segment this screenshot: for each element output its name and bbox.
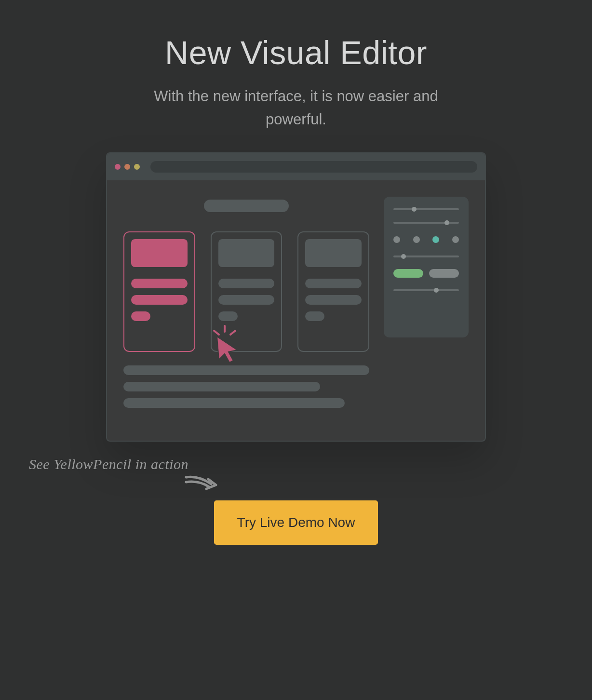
card-line-placeholder [305,295,362,305]
text-line-placeholder [123,398,345,408]
traffic-light-zoom-icon [134,164,140,170]
text-line-placeholder [123,365,369,375]
slider[interactable] [393,256,459,257]
text-line-placeholder [123,382,320,391]
page-subtitle: With the new interface, it is now easier… [151,85,441,131]
card-button-placeholder [218,311,238,321]
browser-toolbar [107,153,485,180]
card-image-placeholder [131,239,188,267]
card-line-placeholder [218,295,275,305]
slider[interactable] [393,289,459,291]
card-button-placeholder [305,311,324,321]
color-swatches [393,235,459,244]
traffic-light-minimize-icon [124,164,130,170]
svg-line-1 [214,331,219,335]
browser-mockup [106,152,486,442]
traffic-light-close-icon [115,164,121,170]
page-heading-placeholder [204,200,289,212]
url-bar [150,161,477,173]
color-swatch[interactable] [413,236,420,243]
color-swatch-active[interactable] [432,236,439,243]
slider[interactable] [393,208,459,210]
page-title: New Visual Editor [165,34,427,71]
callout-note: See YellowPencil in action [29,456,188,472]
cursor-click-icon [207,325,242,363]
arrow-icon [184,472,218,492]
color-swatch[interactable] [393,236,400,243]
card-selected[interactable] [123,231,195,352]
svg-line-2 [230,331,235,335]
card-line-placeholder [131,279,188,288]
card-line-placeholder [131,295,188,305]
color-swatch[interactable] [452,236,459,243]
card-line-placeholder [218,279,275,288]
card-button-placeholder [131,311,150,321]
card-image-placeholder [305,239,362,267]
card[interactable] [297,231,369,352]
card-line-placeholder [305,279,362,288]
panel-button-secondary[interactable] [429,269,459,278]
try-demo-button[interactable]: Try Live Demo Now [214,500,378,545]
slider[interactable] [393,222,459,224]
style-panel [384,197,469,337]
panel-button-primary[interactable] [393,269,423,278]
card-image-placeholder [218,239,275,267]
